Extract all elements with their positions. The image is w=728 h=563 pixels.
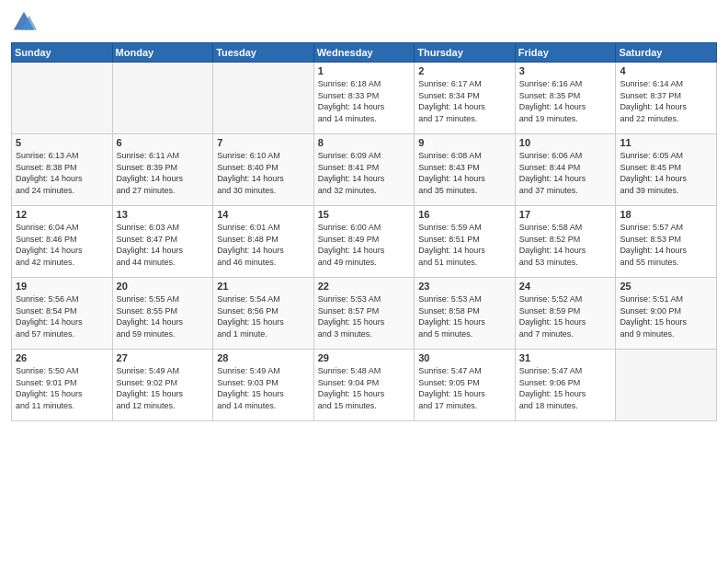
day-number: 13 <box>117 209 210 220</box>
calendar-cell: 28Sunrise: 5:49 AM Sunset: 9:03 PM Dayli… <box>213 350 314 421</box>
page-header <box>11 9 717 35</box>
logo-icon <box>11 9 37 35</box>
calendar-cell <box>213 63 314 134</box>
weekday-header-monday: Monday <box>112 43 213 63</box>
day-number: 14 <box>217 209 310 220</box>
day-info: Sunrise: 6:04 AM Sunset: 8:46 PM Dayligh… <box>16 222 108 268</box>
calendar-cell: 31Sunrise: 5:47 AM Sunset: 9:06 PM Dayli… <box>515 350 616 421</box>
day-info: Sunrise: 5:53 AM Sunset: 8:58 PM Dayligh… <box>418 293 511 339</box>
day-info: Sunrise: 5:57 AM Sunset: 8:53 PM Dayligh… <box>620 222 712 268</box>
day-info: Sunrise: 5:51 AM Sunset: 9:00 PM Dayligh… <box>620 293 712 339</box>
weekday-header-saturday: Saturday <box>616 43 717 63</box>
weekday-header-thursday: Thursday <box>415 43 516 63</box>
calendar-week-5: 26Sunrise: 5:50 AM Sunset: 9:01 PM Dayli… <box>12 350 717 421</box>
day-number: 22 <box>318 281 411 292</box>
day-number: 25 <box>620 281 712 292</box>
day-number: 18 <box>620 209 712 220</box>
day-info: Sunrise: 5:53 AM Sunset: 8:57 PM Dayligh… <box>318 293 411 339</box>
calendar-cell: 26Sunrise: 5:50 AM Sunset: 9:01 PM Dayli… <box>12 350 113 421</box>
day-info: Sunrise: 6:00 AM Sunset: 8:49 PM Dayligh… <box>318 222 411 268</box>
day-number: 12 <box>16 209 108 220</box>
day-info: Sunrise: 6:18 AM Sunset: 8:33 PM Dayligh… <box>318 78 411 124</box>
day-number: 23 <box>418 281 511 292</box>
calendar-week-1: 1Sunrise: 6:18 AM Sunset: 8:33 PM Daylig… <box>12 63 717 134</box>
day-info: Sunrise: 6:10 AM Sunset: 8:40 PM Dayligh… <box>217 150 310 196</box>
day-number: 26 <box>16 352 108 363</box>
calendar-cell: 19Sunrise: 5:56 AM Sunset: 8:54 PM Dayli… <box>12 278 113 350</box>
day-number: 30 <box>418 352 511 363</box>
day-info: Sunrise: 5:47 AM Sunset: 9:05 PM Dayligh… <box>418 365 511 411</box>
day-info: Sunrise: 6:09 AM Sunset: 8:41 PM Dayligh… <box>318 150 411 196</box>
calendar-cell: 16Sunrise: 5:59 AM Sunset: 8:51 PM Dayli… <box>415 206 516 278</box>
day-info: Sunrise: 5:48 AM Sunset: 9:04 PM Dayligh… <box>318 365 411 411</box>
day-number: 11 <box>620 137 712 148</box>
day-info: Sunrise: 5:59 AM Sunset: 8:51 PM Dayligh… <box>418 222 511 268</box>
calendar-cell <box>616 350 717 421</box>
calendar-cell: 15Sunrise: 6:00 AM Sunset: 8:49 PM Dayli… <box>313 206 415 278</box>
day-info: Sunrise: 5:49 AM Sunset: 9:02 PM Dayligh… <box>117 365 210 411</box>
day-info: Sunrise: 5:47 AM Sunset: 9:06 PM Dayligh… <box>519 365 612 411</box>
calendar-cell: 9Sunrise: 6:08 AM Sunset: 8:43 PM Daylig… <box>415 134 516 206</box>
day-info: Sunrise: 6:14 AM Sunset: 8:37 PM Dayligh… <box>620 78 712 124</box>
calendar-cell: 3Sunrise: 6:16 AM Sunset: 8:35 PM Daylig… <box>515 63 616 134</box>
day-number: 5 <box>16 137 108 148</box>
day-number: 6 <box>117 137 210 148</box>
calendar-cell: 20Sunrise: 5:55 AM Sunset: 8:55 PM Dayli… <box>112 278 213 350</box>
weekday-header-sunday: Sunday <box>12 43 113 63</box>
calendar-cell: 30Sunrise: 5:47 AM Sunset: 9:05 PM Dayli… <box>415 350 516 421</box>
calendar-cell: 8Sunrise: 6:09 AM Sunset: 8:41 PM Daylig… <box>313 134 415 206</box>
calendar-cell: 17Sunrise: 5:58 AM Sunset: 8:52 PM Dayli… <box>515 206 616 278</box>
day-info: Sunrise: 6:01 AM Sunset: 8:48 PM Dayligh… <box>217 222 310 268</box>
calendar-cell: 10Sunrise: 6:06 AM Sunset: 8:44 PM Dayli… <box>515 134 616 206</box>
day-number: 29 <box>318 352 411 363</box>
day-number: 2 <box>418 65 511 76</box>
calendar-cell <box>112 63 213 134</box>
day-info: Sunrise: 6:08 AM Sunset: 8:43 PM Dayligh… <box>418 150 511 196</box>
day-number: 9 <box>418 137 511 148</box>
calendar-cell: 1Sunrise: 6:18 AM Sunset: 8:33 PM Daylig… <box>313 63 415 134</box>
day-info: Sunrise: 5:54 AM Sunset: 8:56 PM Dayligh… <box>217 293 310 339</box>
calendar-cell <box>12 63 113 134</box>
weekday-header-wednesday: Wednesday <box>313 43 415 63</box>
weekday-row: SundayMondayTuesdayWednesdayThursdayFrid… <box>12 43 717 63</box>
day-number: 31 <box>519 352 612 363</box>
day-info: Sunrise: 5:50 AM Sunset: 9:01 PM Dayligh… <box>16 365 108 411</box>
calendar-table: SundayMondayTuesdayWednesdayThursdayFrid… <box>11 42 717 421</box>
day-number: 27 <box>117 352 210 363</box>
day-number: 16 <box>418 209 511 220</box>
calendar-week-3: 12Sunrise: 6:04 AM Sunset: 8:46 PM Dayli… <box>12 206 717 278</box>
calendar-week-2: 5Sunrise: 6:13 AM Sunset: 8:38 PM Daylig… <box>12 134 717 206</box>
calendar-cell: 18Sunrise: 5:57 AM Sunset: 8:53 PM Dayli… <box>616 206 717 278</box>
day-number: 17 <box>519 209 612 220</box>
calendar-cell: 24Sunrise: 5:52 AM Sunset: 8:59 PM Dayli… <box>515 278 616 350</box>
day-number: 4 <box>620 65 712 76</box>
day-number: 19 <box>16 281 108 292</box>
day-info: Sunrise: 5:55 AM Sunset: 8:55 PM Dayligh… <box>117 293 210 339</box>
day-number: 28 <box>217 352 310 363</box>
calendar-body: 1Sunrise: 6:18 AM Sunset: 8:33 PM Daylig… <box>12 63 717 421</box>
day-info: Sunrise: 6:17 AM Sunset: 8:34 PM Dayligh… <box>418 78 511 124</box>
day-number: 24 <box>519 281 612 292</box>
calendar-cell: 4Sunrise: 6:14 AM Sunset: 8:37 PM Daylig… <box>616 63 717 134</box>
day-number: 7 <box>217 137 310 148</box>
day-number: 3 <box>519 65 612 76</box>
day-number: 10 <box>519 137 612 148</box>
calendar-cell: 22Sunrise: 5:53 AM Sunset: 8:57 PM Dayli… <box>313 278 415 350</box>
calendar-cell: 14Sunrise: 6:01 AM Sunset: 8:48 PM Dayli… <box>213 206 314 278</box>
day-number: 15 <box>318 209 411 220</box>
day-info: Sunrise: 5:52 AM Sunset: 8:59 PM Dayligh… <box>519 293 612 339</box>
calendar-cell: 6Sunrise: 6:11 AM Sunset: 8:39 PM Daylig… <box>112 134 213 206</box>
day-info: Sunrise: 6:05 AM Sunset: 8:45 PM Dayligh… <box>620 150 712 196</box>
logo <box>11 9 40 35</box>
weekday-header-friday: Friday <box>515 43 616 63</box>
day-number: 8 <box>318 137 411 148</box>
day-info: Sunrise: 5:49 AM Sunset: 9:03 PM Dayligh… <box>217 365 310 411</box>
day-number: 20 <box>117 281 210 292</box>
day-info: Sunrise: 6:16 AM Sunset: 8:35 PM Dayligh… <box>519 78 612 124</box>
calendar-cell: 2Sunrise: 6:17 AM Sunset: 8:34 PM Daylig… <box>415 63 516 134</box>
calendar-cell: 27Sunrise: 5:49 AM Sunset: 9:02 PM Dayli… <box>112 350 213 421</box>
page-container: SundayMondayTuesdayWednesdayThursdayFrid… <box>0 0 728 563</box>
day-info: Sunrise: 6:13 AM Sunset: 8:38 PM Dayligh… <box>16 150 108 196</box>
calendar-cell: 7Sunrise: 6:10 AM Sunset: 8:40 PM Daylig… <box>213 134 314 206</box>
day-info: Sunrise: 6:03 AM Sunset: 8:47 PM Dayligh… <box>117 222 210 268</box>
